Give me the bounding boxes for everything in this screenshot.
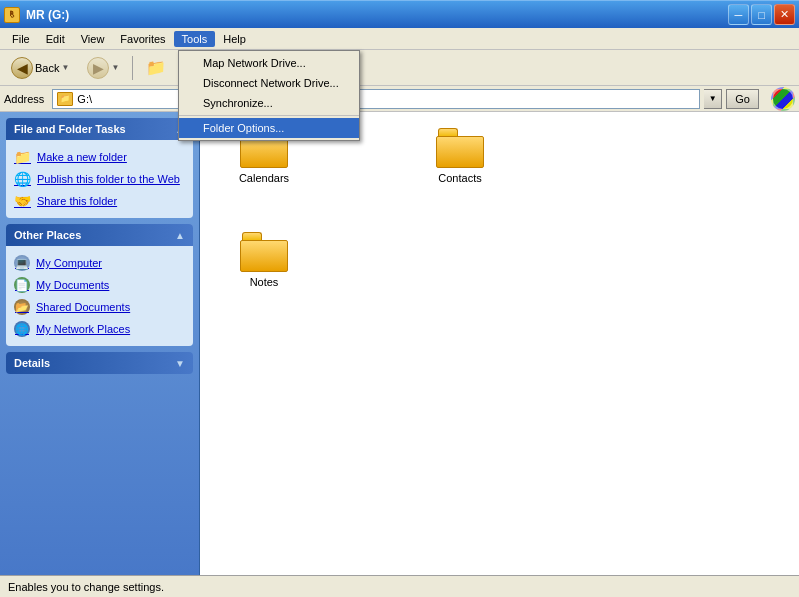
my-computer-icon: 💻 (14, 255, 30, 271)
folder-notes[interactable]: Notes (224, 232, 304, 288)
sidebar-section-header-other-places[interactable]: Other Places ▲ (6, 224, 193, 246)
sidebar-item-share[interactable]: 🤝 Share this folder (10, 190, 189, 212)
sidebar-my-computer-label: My Computer (36, 257, 102, 269)
folder-contacts-icon (436, 128, 484, 168)
status-text: Enables you to change settings. (8, 581, 164, 593)
sidebar-item-shared-documents[interactable]: 📂 Shared Documents (10, 296, 189, 318)
sidebar-item-share-label: Share this folder (37, 195, 117, 207)
forward-arrow-icon: ▼ (111, 63, 119, 72)
folder-notes-label: Notes (250, 276, 279, 288)
tools-dropdown-menu: Map Network Drive... Disconnect Network … (178, 50, 360, 141)
back-arrow-icon: ▼ (61, 63, 69, 72)
sidebar-other-places-content: 💻 My Computer 📄 My Documents 📂 Shared Do… (6, 246, 193, 346)
folders-up-button[interactable]: 📁 (139, 54, 173, 81)
toolbar-separator-1 (132, 56, 133, 80)
folder-calendars-label: Calendars (239, 172, 289, 184)
sidebar-details-arrow-icon: ▼ (175, 358, 185, 369)
back-circle-icon: ◀ (11, 57, 33, 79)
title-bar: 🖁 MR (G:) ─ □ ✕ (0, 0, 799, 28)
folder-up-icon: 📁 (146, 58, 166, 77)
sidebar-item-network-places[interactable]: 🌐 My Network Places (10, 318, 189, 340)
shared-documents-icon: 📂 (14, 299, 30, 315)
sidebar-details-title: Details (14, 357, 50, 369)
forward-button[interactable]: ▶ ▼ (80, 53, 126, 83)
address-input[interactable] (77, 93, 695, 105)
go-button[interactable]: Go (726, 89, 759, 109)
dropdown-menu-container: Map Network Drive... Disconnect Network … (178, 50, 360, 141)
sidebar-item-publish-label: Publish this folder to the Web (37, 173, 180, 185)
sidebar-other-places-arrow-icon: ▲ (175, 230, 185, 241)
sidebar-section-header-file-folder-tasks[interactable]: File and Folder Tasks ▲ (6, 118, 193, 140)
sidebar-item-my-documents[interactable]: 📄 My Documents (10, 274, 189, 296)
menu-favorites[interactable]: Favorites (112, 31, 173, 47)
sidebar-item-my-computer[interactable]: 💻 My Computer (10, 252, 189, 274)
window-controls: ─ □ ✕ (728, 4, 795, 25)
dropdown-item-disconnect-network[interactable]: Disconnect Network Drive... (179, 73, 359, 93)
sidebar-item-new-folder[interactable]: 📁 Make a new folder (10, 146, 189, 168)
window-title: MR (G:) (26, 8, 69, 22)
back-button[interactable]: ◀ Back ▼ (4, 53, 76, 83)
sidebar-section-title: File and Folder Tasks (14, 123, 126, 135)
publish-icon: 🌐 (14, 171, 31, 187)
menu-file[interactable]: File (4, 31, 38, 47)
sidebar-item-new-folder-label: Make a new folder (37, 151, 127, 163)
windows-xp-logo (771, 87, 795, 111)
network-places-icon: 🌐 (14, 321, 30, 337)
menu-view[interactable]: View (73, 31, 113, 47)
folder-notes-icon (240, 232, 288, 272)
my-documents-icon: 📄 (14, 277, 30, 293)
sidebar-section-file-folder-tasks: File and Folder Tasks ▲ 📁 Make a new fol… (6, 118, 193, 218)
sidebar-section-header-details[interactable]: Details ▼ (6, 352, 193, 374)
dropdown-item-folder-options[interactable]: Folder Options... (179, 118, 359, 138)
sidebar-file-tasks-content: 📁 Make a new folder 🌐 Publish this folde… (6, 140, 193, 218)
address-bar: Address 📁 ▼ Go (0, 86, 799, 112)
dropdown-item-synchronize[interactable]: Synchronize... (179, 93, 359, 113)
toolbar: ◀ Back ▼ ▶ ▼ 📁 🔍 Search ⊞ Views ▼ (0, 50, 799, 86)
share-icon: 🤝 (14, 193, 31, 209)
dropdown-item-map-network[interactable]: Map Network Drive... (179, 53, 359, 73)
window-icon: 🖁 (4, 7, 20, 23)
status-bar: Enables you to change settings. (0, 575, 799, 597)
minimize-button[interactable]: ─ (728, 4, 749, 25)
sidebar-section-other-places: Other Places ▲ 💻 My Computer 📄 My Docume… (6, 224, 193, 346)
close-button[interactable]: ✕ (774, 4, 795, 25)
address-folder-icon: 📁 (57, 92, 73, 106)
sidebar-other-places-title: Other Places (14, 229, 81, 241)
folder-contacts-label: Contacts (438, 172, 481, 184)
new-folder-icon: 📁 (14, 149, 31, 165)
sidebar-my-documents-label: My Documents (36, 279, 109, 291)
sidebar-section-details: Details ▼ (6, 352, 193, 374)
sidebar-item-publish[interactable]: 🌐 Publish this folder to the Web (10, 168, 189, 190)
address-input-wrap: 📁 (52, 89, 700, 109)
menu-tools[interactable]: Tools (174, 31, 216, 47)
address-dropdown-button[interactable]: ▼ (704, 89, 722, 109)
forward-circle-icon: ▶ (87, 57, 109, 79)
address-label: Address (4, 93, 44, 105)
main-layout: File and Folder Tasks ▲ 📁 Make a new fol… (0, 112, 799, 575)
sidebar: File and Folder Tasks ▲ 📁 Make a new fol… (0, 112, 200, 575)
sidebar-shared-documents-label: Shared Documents (36, 301, 130, 313)
folder-contacts[interactable]: Contacts (420, 128, 500, 184)
content-area: Calendars Contacts Notes (200, 112, 799, 575)
menu-edit[interactable]: Edit (38, 31, 73, 47)
sidebar-network-places-label: My Network Places (36, 323, 130, 335)
menu-help[interactable]: Help (215, 31, 254, 47)
maximize-button[interactable]: □ (751, 4, 772, 25)
dropdown-separator (179, 115, 359, 116)
menu-bar: File Edit View Favorites Tools Help (0, 28, 799, 50)
